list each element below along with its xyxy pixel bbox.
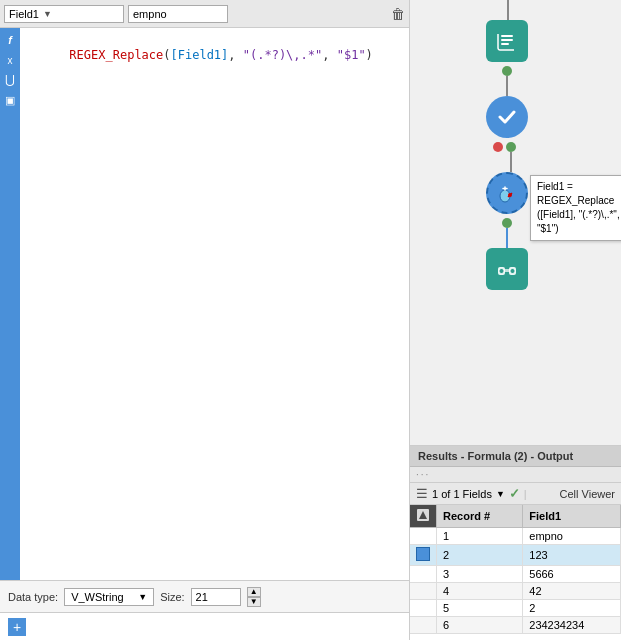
formula-icon — [486, 172, 528, 214]
row-field1-value: 234234234 — [523, 617, 621, 634]
field-dropdown-value: Field1 — [9, 8, 39, 20]
node-binoculars[interactable] — [486, 248, 528, 290]
table-row[interactable]: 52 — [410, 600, 621, 617]
table-body: 1empno212335666442526234234234 — [410, 528, 621, 634]
add-button-row: + — [0, 612, 409, 640]
col-header-icon — [410, 505, 437, 528]
size-spinners: ▲ ▼ — [247, 587, 261, 607]
field-name-input[interactable] — [128, 5, 228, 23]
drag-handle[interactable]: ··· — [410, 467, 621, 483]
row-field1-value: 42 — [523, 583, 621, 600]
table-row[interactable]: 6234234234 — [410, 617, 621, 634]
table-row[interactable]: 35666 — [410, 566, 621, 583]
fields-dropdown-arrow-icon: ▼ — [496, 489, 505, 499]
fields-count-dropdown[interactable]: 1 of 1 Fields ▼ — [432, 488, 505, 500]
table-row[interactable]: 2123 — [410, 545, 621, 566]
separator: | — [524, 488, 527, 500]
row-record-num: 2 — [437, 545, 523, 566]
connector-line-3 — [506, 228, 508, 248]
row-icon-cell — [410, 583, 437, 600]
datatype-value: V_WString — [71, 591, 124, 603]
connector-dot-green-3 — [502, 218, 512, 228]
row-record-num: 3 — [437, 566, 523, 583]
table-row[interactable]: 442 — [410, 583, 621, 600]
row-field1-value: empno — [523, 528, 621, 545]
connector-dot-green-1 — [502, 66, 512, 76]
datatype-dropdown[interactable]: V_WString ▼ — [64, 588, 154, 606]
cell-viewer-button[interactable]: Cell Viewer — [560, 488, 615, 500]
row-record-num: 1 — [437, 528, 523, 545]
right-panel: Field1 = REGEX_Replace ([Field1], "(.*?)… — [410, 0, 621, 640]
book-icon — [486, 20, 528, 62]
side-icons-panel: f x ⋃ ▣ — [0, 28, 20, 580]
results-table: Record # Field1 1empno212335666442526234… — [410, 505, 621, 640]
formula-tooltip: Field1 = REGEX_Replace ([Field1], "(.*?)… — [530, 175, 621, 241]
connector-line-1 — [506, 76, 508, 96]
row-field1-value: 5666 — [523, 566, 621, 583]
connector-dot-green-2 — [506, 142, 516, 152]
formula-field-ref: [Field1] — [171, 48, 229, 62]
col-header-record: Record # — [437, 505, 523, 528]
list-icon: ☰ — [416, 486, 428, 501]
row-icon-cell — [410, 545, 437, 566]
add-field-button[interactable]: + — [8, 618, 26, 636]
bottom-datatype-bar: Data type: V_WString ▼ Size: ▲ ▼ — [0, 580, 409, 612]
table-row[interactable]: 1empno — [410, 528, 621, 545]
tooltip-line4: "$1") — [537, 222, 621, 236]
tooltip-line2: REGEX_Replace — [537, 194, 621, 208]
union-icon[interactable]: ⋃ — [2, 72, 18, 88]
row-record-num: 5 — [437, 600, 523, 617]
formula-area: f x ⋃ ▣ REGEX_Replace([Field1], "(.*?)\,… — [0, 28, 409, 580]
results-header-label: Results - Formula (2) - Output — [418, 450, 573, 462]
data-table: Record # Field1 1empno212335666442526234… — [410, 505, 621, 634]
formula-string2: "$1" — [337, 48, 366, 62]
row-icon-cell — [410, 528, 437, 545]
tooltip-line3: ([Field1], "(.*?)\,.*", — [537, 208, 621, 222]
col-header-field1: Field1 — [523, 505, 621, 528]
checkmark-icon[interactable]: ✓ — [509, 486, 520, 501]
results-header: Results - Formula (2) - Output — [410, 446, 621, 467]
results-panel: Results - Formula (2) - Output ··· ☰ 1 o… — [410, 445, 621, 640]
row-icon-cell — [410, 600, 437, 617]
datatype-label: Data type: — [8, 591, 58, 603]
row-record-num: 4 — [437, 583, 523, 600]
x-icon[interactable]: x — [2, 52, 18, 68]
record-icon[interactable]: ▣ — [2, 92, 18, 108]
size-up-button[interactable]: ▲ — [247, 587, 261, 597]
results-toolbar: ☰ 1 of 1 Fields ▼ ✓ | Cell Viewer — [410, 483, 621, 505]
svg-rect-5 — [504, 269, 510, 272]
row-record-num: 6 — [437, 617, 523, 634]
tooltip-line1: Field1 = — [537, 180, 621, 194]
row-field1-value: 123 — [523, 545, 621, 566]
svg-point-6 — [499, 269, 504, 274]
field-dropdown[interactable]: Field1 ▼ — [4, 5, 124, 23]
size-input[interactable] — [191, 588, 241, 606]
formula-editor[interactable]: REGEX_Replace([Field1], "(.*?)\,.*", "$1… — [20, 28, 409, 580]
size-down-button[interactable]: ▼ — [247, 597, 261, 607]
row-icon-cell — [410, 566, 437, 583]
check-icon — [486, 96, 528, 138]
delete-button[interactable]: 🗑 — [391, 6, 405, 22]
canvas-area: Field1 = REGEX_Replace ([Field1], "(.*?)… — [410, 0, 621, 445]
fields-count-label: 1 of 1 Fields — [432, 488, 492, 500]
left-panel: Field1 ▼ 🗑 f x ⋃ ▣ REGEX_Replace([Field1… — [0, 0, 410, 640]
connector-dot-red — [493, 142, 503, 152]
svg-point-7 — [510, 269, 515, 274]
node-check[interactable] — [486, 96, 528, 138]
size-label: Size: — [160, 591, 184, 603]
node-formula[interactable] — [486, 172, 528, 214]
row-field1-value: 2 — [523, 600, 621, 617]
connector-line-top — [507, 0, 509, 20]
datatype-arrow-icon: ▼ — [138, 592, 147, 602]
formula-toolbar: Field1 ▼ 🗑 — [0, 0, 409, 28]
connector-line-2 — [510, 152, 512, 172]
field-dropdown-arrow-icon: ▼ — [43, 9, 52, 19]
node-book[interactable] — [486, 20, 528, 62]
formula-string1: "(.*?)\,.*" — [243, 48, 322, 62]
fx-icon[interactable]: f — [2, 32, 18, 48]
formula-func: REGEX_Replace — [69, 48, 163, 62]
row-icon-cell — [410, 617, 437, 634]
table-header-row: Record # Field1 — [410, 505, 621, 528]
binoculars-icon — [486, 248, 528, 290]
